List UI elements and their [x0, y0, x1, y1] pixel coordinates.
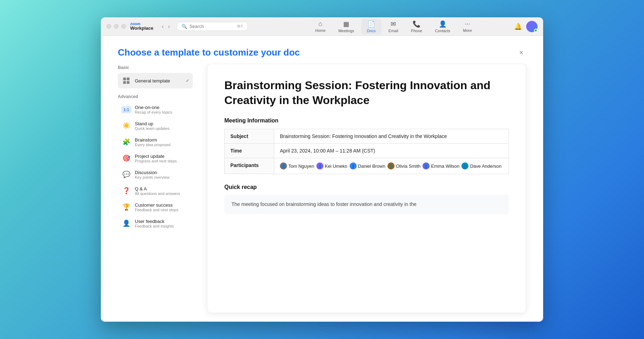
- participant-kei-avatar: 👤: [316, 162, 323, 170]
- nav-arrows: ‹ ›: [161, 23, 172, 30]
- nav-more-label: More: [463, 28, 472, 33]
- subject-value: Brainstorming Session: Fostering Innovat…: [274, 129, 509, 144]
- participant-dave-name: Dave Anderson: [470, 163, 501, 169]
- general-template-info: General template: [135, 78, 182, 84]
- modal-title: Choose a template to customize your doc: [118, 47, 300, 58]
- nav-home[interactable]: ⌂ Home: [310, 19, 331, 34]
- participant-dave-avatar: 👤: [461, 162, 468, 170]
- nav-email-label: Email: [389, 29, 398, 33]
- recap-text-box: The meeting focused on brainstorming ide…: [224, 195, 509, 214]
- customer-success-info: Customer success Feedback and next steps: [135, 202, 189, 212]
- participant-kei-name: Kei Umeko: [325, 163, 347, 169]
- participant-emma: 👤 Emma Wilson: [422, 162, 459, 170]
- phone-icon: 📞: [413, 20, 420, 28]
- table-row-time: Time April 23, 2024, 10:00 AM – 11:28 AM…: [225, 144, 509, 158]
- close-button[interactable]: ×: [516, 47, 526, 58]
- advanced-section-label: Advanced: [118, 94, 193, 99]
- traffic-light-maximize[interactable]: [121, 24, 126, 29]
- nav-docs[interactable]: 📄 Docs: [361, 19, 381, 34]
- template-item-brainstorm[interactable]: 🧩 Brainstorm Every idea proposed: [118, 134, 193, 150]
- project-update-desc: Progress and next steps: [135, 159, 189, 163]
- qa-icon: ❓: [121, 186, 131, 196]
- participant-daniel-name: Daniel Brown: [358, 163, 385, 169]
- template-item-user-feedback[interactable]: 👤 User feedback Feedback and insights: [118, 216, 193, 231]
- back-button[interactable]: ‹: [161, 23, 165, 30]
- subject-label: Subject: [225, 129, 274, 144]
- table-row-participants: Participants 👤 Tom Nguyen 👤 Kei Umeko: [225, 158, 509, 174]
- project-update-name: Project update: [135, 154, 189, 159]
- participant-emma-name: Emma Wilson: [431, 163, 459, 169]
- template-item-project-update[interactable]: 🎯 Project update Progress and next steps: [118, 150, 193, 166]
- brainstorm-desc: Every idea proposed: [135, 143, 189, 147]
- traffic-light-close[interactable]: [107, 24, 111, 29]
- quick-recap-heading: Quick recap: [224, 184, 509, 190]
- app-window: zoom Workplace ‹ › 🔍 ⌘F ⌂ Home ▦ Meeting…: [101, 17, 543, 322]
- participant-olivia-avatar: 👤: [387, 162, 395, 170]
- participant-daniel-avatar: 👤: [350, 162, 357, 170]
- nav-contacts-label: Contacts: [435, 29, 450, 33]
- participant-daniel: 👤 Daniel Brown: [350, 162, 385, 170]
- recap-text: The meeting focused on brainstorming ide…: [231, 201, 416, 207]
- participant-olivia: 👤 Olivia Smith: [387, 162, 420, 170]
- participant-tom: 👤 Tom Nguyen: [280, 162, 314, 170]
- search-input[interactable]: [189, 24, 232, 29]
- standup-info: Stand up Quick team updates: [135, 121, 189, 131]
- email-icon: ✉: [391, 20, 396, 28]
- general-template-name: General template: [135, 78, 182, 84]
- nav-home-label: Home: [315, 28, 326, 33]
- user-feedback-name: User feedback: [135, 219, 189, 224]
- user-avatar-button[interactable]: [526, 21, 537, 32]
- meeting-info-heading: Meeting Information: [224, 117, 509, 124]
- discussion-info: Discussion Key points overview: [135, 170, 189, 179]
- general-template-check: ✓: [186, 78, 189, 83]
- table-row-subject: Subject Brainstorming Session: Fostering…: [225, 129, 509, 144]
- zoom-brand: zoom Workplace: [130, 22, 154, 31]
- svg-rect-0: [123, 77, 126, 80]
- titlebar: zoom Workplace ‹ › 🔍 ⌘F ⌂ Home ▦ Meeting…: [101, 17, 543, 36]
- brainstorm-name: Brainstorm: [135, 137, 189, 143]
- participant-emma-avatar: 👤: [422, 162, 430, 170]
- more-icon: ···: [465, 20, 470, 28]
- modal-content: Choose a template to customize your doc …: [101, 36, 543, 322]
- project-update-icon: 🎯: [121, 153, 131, 163]
- time-value: April 23, 2024, 10:00 AM – 11:28 AM (CST…: [274, 144, 509, 158]
- search-bar[interactable]: 🔍 ⌘F: [177, 22, 248, 31]
- home-icon: ⌂: [318, 20, 322, 28]
- participant-dave: 👤 Dave Anderson: [461, 162, 501, 170]
- traffic-light-minimize[interactable]: [114, 24, 119, 29]
- customer-success-name: Customer success: [135, 202, 189, 208]
- one-on-one-desc: Recap of every topics: [135, 110, 189, 114]
- nav-phone[interactable]: 📞 Phone: [405, 19, 428, 34]
- nav-email[interactable]: ✉ Email: [383, 19, 404, 34]
- nav-meetings[interactable]: ▦ Meetings: [333, 19, 360, 34]
- template-item-general[interactable]: General template ✓: [118, 73, 193, 88]
- nav-meetings-label: Meetings: [338, 29, 354, 33]
- brainstorm-info: Brainstorm Every idea proposed: [135, 137, 189, 147]
- time-label: Time: [225, 144, 274, 158]
- svg-rect-2: [123, 81, 126, 84]
- participant-olivia-name: Olivia Smith: [396, 163, 420, 169]
- nav-contacts[interactable]: 👤 Contacts: [429, 19, 456, 34]
- contacts-icon: 👤: [439, 20, 447, 28]
- traffic-lights: [107, 24, 126, 29]
- one-on-one-icon: 1:1: [121, 106, 131, 113]
- template-item-standup[interactable]: ☀️ Stand up Quick team updates: [118, 118, 193, 133]
- forward-button[interactable]: ›: [167, 23, 171, 30]
- template-item-customer-success[interactable]: 🏆 Customer success Feedback and next ste…: [118, 199, 193, 215]
- template-item-one-on-one[interactable]: 1:1 One-on-one Recap of every topics: [118, 102, 193, 117]
- svg-rect-3: [127, 81, 130, 84]
- modal-body: Basic General template ✓: [101, 64, 543, 322]
- user-feedback-info: User feedback Feedback and insights: [135, 219, 189, 228]
- avatar-status-indicator: [534, 29, 537, 32]
- qa-name: Q & A: [135, 186, 189, 191]
- one-on-one-name: One-on-one: [135, 105, 189, 110]
- search-shortcut: ⌘F: [237, 24, 243, 29]
- discussion-name: Discussion: [135, 170, 189, 175]
- template-item-discussion[interactable]: 💬 Discussion Key points overview: [118, 167, 193, 182]
- svg-rect-1: [127, 77, 130, 80]
- nav-more[interactable]: ··· More: [458, 19, 478, 34]
- user-feedback-desc: Feedback and insights: [135, 224, 189, 228]
- template-item-qa[interactable]: ❓ Q & A All questions and answers: [118, 183, 193, 199]
- template-preview-panel: Brainstorming Session: Fostering Innovat…: [207, 64, 526, 313]
- notification-bell-icon[interactable]: 🔔: [514, 23, 522, 30]
